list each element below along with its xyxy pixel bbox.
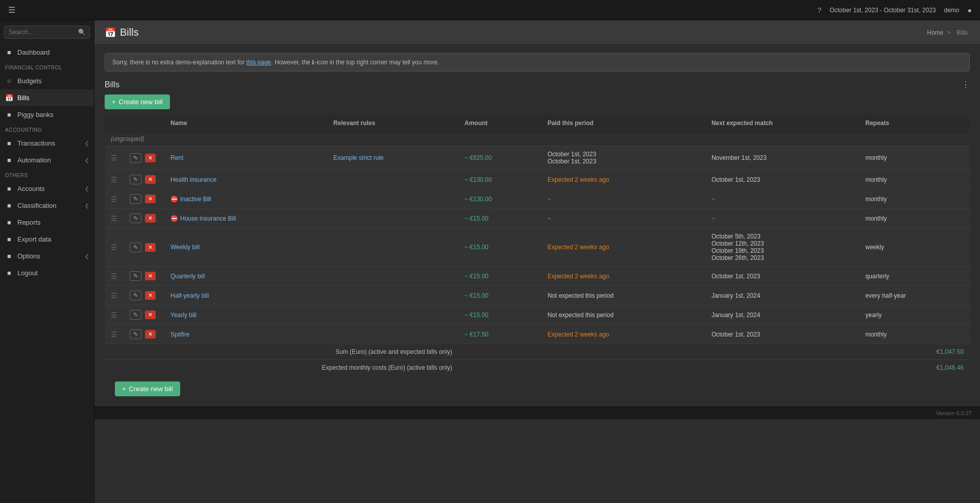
delete-bill-button[interactable]: ✕ bbox=[145, 195, 156, 203]
drag-handle-icon[interactable]: ☰ bbox=[111, 176, 117, 184]
sidebar: 🔍 ■ Dashboard FINANCIAL CONTROL ○ Budget… bbox=[0, 20, 94, 503]
edit-bill-button[interactable]: ✎ bbox=[130, 271, 141, 281]
alert-page-link[interactable]: this page bbox=[247, 59, 272, 66]
bill-name-cell: Spitfire bbox=[164, 325, 327, 344]
logout-icon: ■ bbox=[5, 269, 13, 277]
delete-bill-button[interactable]: ✕ bbox=[145, 175, 156, 184]
sidebar-item-export-data[interactable]: ■ Export data bbox=[0, 231, 94, 248]
sidebar-item-bills[interactable]: 📅 Bills bbox=[0, 89, 94, 106]
delete-bill-button[interactable]: ✕ bbox=[145, 291, 156, 300]
repeats-value: every half-year bbox=[866, 292, 906, 299]
amount-value: ~ €15.00 bbox=[464, 244, 488, 251]
drag-handle-icon[interactable]: ☰ bbox=[111, 214, 117, 223]
edit-bill-button[interactable]: ✎ bbox=[130, 153, 141, 163]
next-expected-value: January 1st, 2024 bbox=[712, 312, 760, 319]
amount-value: ~ €15.00 bbox=[464, 312, 488, 319]
rule-link[interactable]: Example strict rule bbox=[333, 154, 384, 161]
amount-cell: ~ €130.00 bbox=[458, 170, 542, 189]
edit-bill-button[interactable]: ✎ bbox=[130, 291, 141, 300]
drag-handle-icon[interactable]: ☰ bbox=[111, 154, 117, 162]
edit-bill-button[interactable]: ✎ bbox=[130, 175, 141, 184]
sidebar-item-options[interactable]: ■ Options ❮ bbox=[0, 248, 94, 265]
col-amount: Amount bbox=[458, 114, 542, 132]
help-icon[interactable]: ? bbox=[818, 6, 822, 14]
drag-handle-icon[interactable]: ☰ bbox=[111, 272, 117, 280]
delete-bill-button[interactable]: ✕ bbox=[145, 154, 156, 162]
bills-icon: 📅 bbox=[5, 94, 13, 102]
dashboard-icon: ■ bbox=[5, 49, 13, 56]
edit-bill-button[interactable]: ✎ bbox=[130, 310, 141, 320]
bill-name-cell: Rent bbox=[164, 146, 327, 170]
sidebar-item-classification[interactable]: ■ Classification ❮ bbox=[0, 197, 94, 214]
sidebar-item-automation[interactable]: ■ Automation ❮ bbox=[0, 152, 94, 169]
actions-cell: ✎ ✕ bbox=[124, 325, 164, 344]
hamburger-menu[interactable]: ☰ bbox=[8, 5, 15, 15]
sidebar-item-budgets[interactable]: ○ Budgets bbox=[0, 73, 94, 89]
actions-cell: ✎ ✕ bbox=[124, 209, 164, 228]
settings-icon[interactable]: ● bbox=[968, 6, 972, 14]
edit-bill-button[interactable]: ✎ bbox=[130, 243, 141, 252]
bill-name-link[interactable]: Rent bbox=[170, 154, 183, 161]
drag-handle-icon[interactable]: ☰ bbox=[111, 243, 117, 251]
inactive-icon: ⛔ bbox=[170, 196, 178, 203]
relevant-rules-cell bbox=[327, 325, 458, 344]
create-bill-button-top[interactable]: + Create new bill bbox=[105, 94, 170, 109]
repeats-cell: monthly bbox=[860, 209, 970, 228]
bill-name-cell: ⛔ Inactive Bill bbox=[164, 189, 327, 209]
next-expected-cell: ~ bbox=[705, 209, 860, 228]
col-drag bbox=[105, 114, 124, 132]
alert-text-after: . However, the bbox=[271, 59, 312, 66]
bill-name-link[interactable]: Health insurance bbox=[170, 176, 216, 183]
edit-bill-button[interactable]: ✎ bbox=[130, 213, 141, 223]
amount-cell: ~ €15.00 bbox=[458, 209, 542, 228]
delete-bill-button[interactable]: ✕ bbox=[145, 330, 156, 339]
create-bill-button-bottom[interactable]: + Create new bill bbox=[115, 381, 180, 396]
bills-menu-icon[interactable]: ⋮ bbox=[962, 80, 970, 89]
edit-bill-button[interactable]: ✎ bbox=[130, 329, 141, 339]
sidebar-item-reports[interactable]: ■ Reports bbox=[0, 214, 94, 231]
sidebar-item-accounts[interactable]: ■ Accounts ❮ bbox=[0, 180, 94, 197]
sum-value: €1,047.50 bbox=[458, 344, 970, 360]
delete-bill-button[interactable]: ✕ bbox=[145, 310, 156, 319]
paid-cell: Expected 2 weeks ago bbox=[542, 267, 705, 286]
drag-handle-icon[interactable]: ☰ bbox=[111, 330, 117, 339]
delete-bill-button[interactable]: ✕ bbox=[145, 272, 156, 280]
table-row: ☰ ✎ ✕ ⛔ House insurance Bill bbox=[105, 209, 970, 228]
delete-bill-button[interactable]: ✕ bbox=[145, 243, 156, 252]
amount-value: ~ €15.00 bbox=[464, 292, 488, 299]
budgets-icon: ○ bbox=[5, 77, 13, 85]
bill-name-link[interactable]: Spitfire bbox=[170, 331, 189, 338]
edit-bill-button[interactable]: ✎ bbox=[130, 194, 141, 204]
repeats-cell: monthly bbox=[860, 325, 970, 344]
bills-page-icon: 📅 bbox=[105, 27, 116, 38]
sidebar-item-logout[interactable]: ■ Logout bbox=[0, 265, 94, 281]
breadcrumb-current: Bills bbox=[957, 29, 968, 36]
breadcrumb-home[interactable]: Home bbox=[927, 29, 943, 36]
bill-name-link[interactable]: Half-yearly bill bbox=[170, 292, 209, 299]
not-expected: Not expected this period bbox=[548, 312, 614, 319]
table-header-row: Name Relevant rules Amount Paid this per… bbox=[105, 114, 970, 132]
drag-handle-icon[interactable]: ☰ bbox=[111, 195, 117, 203]
version-bar: Version 6.0.27 bbox=[94, 406, 980, 419]
sidebar-item-label: Bills bbox=[17, 94, 89, 102]
repeats-cell: yearly bbox=[860, 305, 970, 325]
bill-name-link[interactable]: Weekly bill bbox=[170, 244, 200, 251]
bill-name-link[interactable]: Quarterly bill bbox=[170, 273, 205, 280]
repeats-value: monthly bbox=[866, 215, 887, 222]
amount-cell: ~ €15.00 bbox=[458, 305, 542, 325]
drag-handle-icon[interactable]: ☰ bbox=[111, 311, 117, 319]
repeats-cell: weekly bbox=[860, 228, 970, 267]
sidebar-item-transactions[interactable]: ■ Transactions ❮ bbox=[0, 135, 94, 152]
delete-bill-button[interactable]: ✕ bbox=[145, 214, 156, 223]
drag-handle-icon[interactable]: ☰ bbox=[111, 292, 117, 300]
next-expected-value: January 1st, 2024 bbox=[712, 292, 760, 299]
bill-name-link[interactable]: Inactive Bill bbox=[180, 196, 211, 203]
bills-section: Bills ⋮ + Create new bill Name Relevant … bbox=[105, 80, 970, 396]
bills-table: Name Relevant rules Amount Paid this per… bbox=[105, 114, 970, 375]
bill-name-link[interactable]: House insurance Bill bbox=[180, 215, 236, 222]
bill-name-link[interactable]: Yearly bill bbox=[170, 312, 197, 319]
sidebar-item-dashboard[interactable]: ■ Dashboard bbox=[0, 44, 94, 61]
tilde: ~ bbox=[712, 215, 715, 222]
search-input[interactable] bbox=[4, 26, 90, 39]
sidebar-item-piggy-banks[interactable]: ■ Piggy banks bbox=[0, 106, 94, 123]
